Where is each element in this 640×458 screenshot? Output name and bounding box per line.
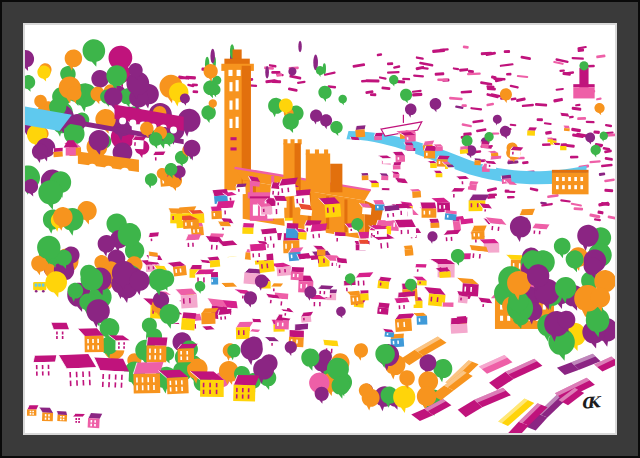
tree <box>353 343 368 361</box>
window <box>216 383 218 387</box>
rooftop-dash <box>366 79 380 82</box>
roof <box>289 330 304 338</box>
facade <box>430 223 439 228</box>
rooftop-dash <box>387 62 393 65</box>
window <box>574 177 577 181</box>
window <box>331 263 333 266</box>
facade <box>362 176 369 181</box>
house <box>424 146 437 159</box>
rooftop-dash <box>413 74 424 77</box>
tower-slit <box>229 82 232 91</box>
roof-ridge <box>53 148 54 152</box>
facade <box>552 173 589 194</box>
window <box>136 377 138 382</box>
rooftop-dash <box>297 81 306 85</box>
house <box>360 290 369 300</box>
rooftop-dash <box>415 66 424 71</box>
facade <box>146 346 166 363</box>
house <box>456 176 470 187</box>
tree <box>399 88 413 104</box>
house <box>451 188 465 201</box>
rooftop-dash <box>487 187 497 192</box>
window <box>192 243 194 247</box>
window <box>352 298 354 302</box>
facade <box>385 210 401 221</box>
rooftop-dash <box>542 143 551 146</box>
background-trees <box>461 88 609 163</box>
rooftop-dash <box>379 76 387 80</box>
window <box>393 222 395 227</box>
facade <box>371 183 379 187</box>
facade <box>88 418 100 428</box>
rooftop-dash <box>586 121 595 124</box>
roof <box>133 362 164 374</box>
church-nave <box>573 87 594 98</box>
window <box>380 283 382 286</box>
window <box>330 295 332 298</box>
house <box>379 173 388 180</box>
rooftop-dash <box>571 203 582 207</box>
window <box>238 189 240 192</box>
rooftop-dash <box>486 102 494 106</box>
facade <box>415 267 426 274</box>
facade <box>359 244 369 250</box>
window <box>216 245 218 250</box>
tree <box>492 114 502 126</box>
window <box>475 239 477 242</box>
house <box>271 283 283 294</box>
window <box>45 414 47 416</box>
rowhouse <box>39 407 54 421</box>
rooftop-dash <box>605 124 612 128</box>
facade <box>201 313 215 324</box>
window <box>363 280 365 285</box>
window <box>42 365 44 369</box>
roof <box>358 240 369 244</box>
roof <box>51 323 69 330</box>
window <box>224 210 226 214</box>
facade <box>57 415 67 422</box>
window <box>277 323 279 327</box>
window <box>443 205 445 209</box>
window <box>323 258 325 262</box>
house <box>413 313 427 325</box>
window <box>76 372 78 378</box>
window <box>94 424 96 427</box>
house <box>560 143 567 150</box>
roof-ridge <box>474 158 475 160</box>
window <box>170 387 172 391</box>
bus-window <box>42 284 45 287</box>
rooftop-dash <box>517 75 529 78</box>
window <box>63 416 65 418</box>
house <box>404 245 414 256</box>
cypress-trees <box>205 41 326 79</box>
rooftop-dash <box>476 128 487 132</box>
rooftop-dash <box>605 157 613 161</box>
rooftop-dash <box>463 45 469 48</box>
facade <box>460 149 468 154</box>
tree <box>404 103 417 118</box>
window <box>297 274 299 277</box>
window <box>186 351 188 355</box>
window <box>185 222 187 225</box>
rooftop-dash <box>480 81 492 86</box>
rooftop-dash <box>412 90 422 93</box>
roof <box>376 220 393 226</box>
tree <box>338 94 348 105</box>
window <box>153 385 155 390</box>
window <box>87 345 89 349</box>
window <box>175 380 177 384</box>
facade <box>397 182 408 190</box>
window <box>568 177 571 181</box>
window <box>358 281 360 286</box>
facade <box>218 314 231 323</box>
facade <box>396 302 410 312</box>
window <box>398 157 400 160</box>
house <box>415 264 427 275</box>
window <box>94 420 96 423</box>
rooftop-dash <box>604 178 615 182</box>
rooftop-dash <box>393 65 401 69</box>
rowhouse <box>146 337 167 362</box>
window <box>489 165 491 167</box>
facade <box>211 211 222 220</box>
window <box>426 153 428 156</box>
